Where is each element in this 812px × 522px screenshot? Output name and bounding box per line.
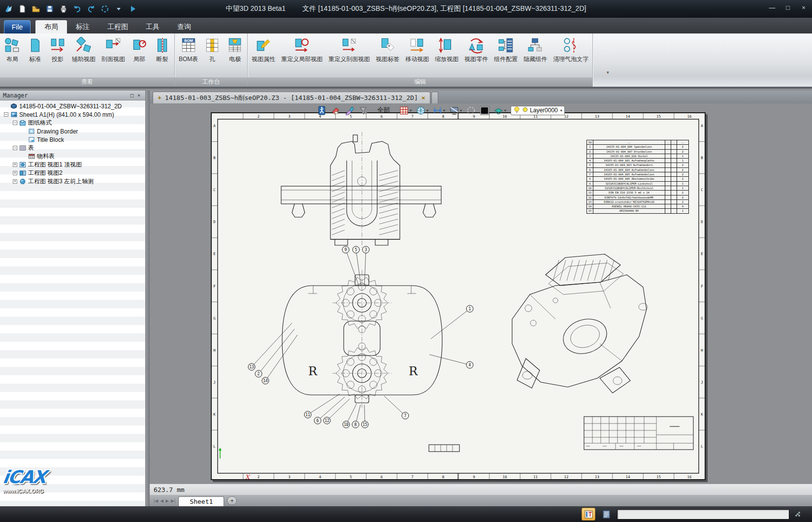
tree-expander-minus[interactable]: −: [4, 112, 8, 117]
tab-工程图[interactable]: 工程图: [98, 20, 137, 33]
redo-icon[interactable]: [86, 4, 97, 14]
ribbon-button-electrode[interactable]: 电极: [224, 35, 246, 65]
dim-style-icon[interactable]: ▾: [433, 106, 445, 115]
ribbon-button-label: 剖面视图: [101, 55, 125, 64]
app-title: 中望3D 2013 Beta1: [226, 4, 286, 12]
ribbon-button-standard-view[interactable]: 标准: [24, 35, 46, 65]
panel-splitter[interactable]: [146, 91, 150, 506]
sheet-nav-arrowarrow[interactable]: |◀: [154, 498, 158, 503]
ribbon-button-redefine-detail-view[interactable]: 重定义局部视图: [278, 35, 325, 65]
tree-item[interactable]: +工程图 视图3 左前上轴测: [0, 177, 145, 186]
sheet-nav-arrow[interactable]: ◀: [160, 498, 163, 503]
redefine-section-view-icon: [341, 37, 357, 54]
undo-icon[interactable]: [72, 4, 83, 14]
layer-selector[interactable]: Layer0000▾: [511, 106, 565, 115]
pick-walk-icon[interactable]: [317, 106, 326, 115]
ribbon-button-projection-view[interactable]: 投影: [46, 35, 69, 65]
tree-expander-minus[interactable]: −: [13, 146, 17, 150]
dashed-circle-icon[interactable]: [466, 106, 476, 115]
next-tab-stub[interactable]: [431, 92, 438, 103]
tree-item[interactable]: Title Block: [0, 135, 145, 144]
color-swatch-black-icon[interactable]: [480, 106, 489, 115]
zw3d-logo-icon[interactable]: [3, 4, 14, 14]
tree-expander-plus[interactable]: +: [13, 179, 17, 184]
bom-row: 614185-01-004_004 Aufnahmebolzen2: [587, 167, 689, 172]
bom-table[interactable]: Id........114135-01-004_006 Spannbolzen2…: [586, 140, 689, 214]
ribbon-more-arrow[interactable]: ▾: [607, 70, 609, 75]
drawing-sheet[interactable]: 2233445566778899101011111212131314141515…: [211, 112, 706, 480]
sheet-tab-Sheet1[interactable]: Sheet1: [178, 496, 224, 506]
tab-布局[interactable]: 布局: [35, 20, 67, 33]
tab-标注[interactable]: 标注: [67, 20, 98, 33]
maximize-button[interactable]: □: [783, 4, 792, 11]
tree-expander-minus[interactable]: −: [13, 121, 17, 125]
annotation-toolbar-button[interactable]: [582, 508, 595, 521]
filter-all-dropdown[interactable]: 全部: [377, 106, 390, 115]
regen-icon[interactable]: [99, 4, 110, 14]
globe-view-icon[interactable]: ▾: [416, 106, 428, 115]
ribbon-button-view-part[interactable]: 视图零件: [461, 35, 491, 65]
ribbon-button-bom-table[interactable]: BOMBOM表: [176, 35, 201, 65]
minimize-button[interactable]: —: [768, 4, 777, 11]
tree-item[interactable]: 物料表: [0, 152, 145, 161]
tree-item[interactable]: Drawing Border: [0, 127, 145, 135]
close-button[interactable]: ×: [799, 4, 808, 11]
tree-item-label: 14185-01-004_ZSBW~326311-312_2D: [19, 103, 122, 110]
save-icon[interactable]: [44, 4, 55, 14]
ribbon-button-broken-view[interactable]: 断裂: [151, 35, 173, 65]
print-icon[interactable]: [58, 4, 69, 14]
tree-item[interactable]: −图纸格式: [0, 119, 145, 127]
tab-查询[interactable]: 查询: [168, 20, 200, 33]
tree-item[interactable]: −表: [0, 144, 145, 152]
display-mode-icon[interactable]: ▾: [450, 106, 462, 115]
ribbon-button-view-label[interactable]: 视图标签: [373, 35, 402, 65]
ribbon-button-component-config[interactable]: 组件配置: [491, 35, 520, 65]
ribbon-button-redefine-section-view[interactable]: 重定义剖面视图: [325, 35, 373, 65]
file-menu-button[interactable]: File: [4, 20, 31, 33]
ribbon-button-move-view[interactable]: 移动视图: [402, 35, 432, 65]
tree-expander-plus[interactable]: +: [13, 163, 17, 167]
new-tab-icon[interactable]: +: [158, 94, 162, 101]
sheet-nav-arrowarrow[interactable]: ▶|: [171, 498, 175, 503]
view-part-icon: [468, 37, 485, 54]
svg-text:A: A: [701, 124, 703, 128]
tab-工具[interactable]: 工具: [137, 20, 168, 33]
layers-icon[interactable]: ▾: [494, 106, 506, 115]
tree-expander-plus[interactable]: +: [13, 171, 17, 175]
tree-item[interactable]: −Sheet1 A1(H) (841.00 x 594.00 mm): [0, 110, 145, 119]
filter-funnel-icon[interactable]: [358, 106, 368, 115]
eraser-icon[interactable]: [331, 106, 340, 115]
tree-item[interactable]: 14185-01-004_ZSBW~326311-312_2D: [0, 102, 145, 110]
document-tab[interactable]: + 14185-01-003_ZSBS~h削seOP20.Z3 - [14185…: [153, 92, 430, 103]
ribbon-button-auxiliary-view[interactable]: 辅助视图: [69, 35, 98, 65]
bulb-icon[interactable]: [513, 106, 520, 115]
ribbon-button-hide-component[interactable]: 隐藏组件: [520, 35, 550, 65]
brush-icon[interactable]: [345, 106, 354, 115]
ribbon-button-layout[interactable]: 布局: [1, 35, 24, 65]
ribbon-button-section-view[interactable]: 剖面视图: [98, 35, 128, 65]
open-file-icon[interactable]: [31, 4, 41, 14]
drawing-canvas[interactable]: 全部▾▾▾▾▾Layer0000▾ 2233445566778899101011…: [150, 103, 812, 484]
ribbon-button-view-attributes[interactable]: 视图属性: [249, 35, 278, 65]
close-tab-icon[interactable]: ×: [422, 94, 425, 101]
manager-float-button[interactable]: □: [129, 92, 135, 98]
grid-snap-icon[interactable]: ▾: [399, 106, 412, 115]
ribbon-button-scale-view[interactable]: 缩放视图: [432, 35, 461, 65]
manager-close-button[interactable]: ×: [135, 92, 142, 98]
view-iso-icon: [19, 178, 26, 185]
ribbon-button-hole-table[interactable]: 孔: [201, 35, 224, 65]
sheet-nav-arrow[interactable]: ▶: [165, 498, 169, 503]
tree-item[interactable]: +工程图 视图2: [0, 169, 145, 177]
add-sheet-button[interactable]: +: [227, 496, 237, 505]
tree-item[interactable]: +工程图 视图1 顶视图: [0, 161, 145, 169]
svg-text:4: 4: [319, 475, 322, 479]
command-input[interactable]: [617, 509, 789, 520]
resize-grip[interactable]: [795, 512, 800, 517]
play-icon[interactable]: [127, 4, 138, 14]
ribbon-button-clean-balloon-text[interactable]: 清理气泡文字: [550, 35, 591, 65]
ribbon-button-detail-view[interactable]: 局部: [128, 35, 151, 65]
command-log-button[interactable]: [599, 508, 613, 521]
qat-dropdown-icon[interactable]: [113, 4, 124, 14]
layer-dropdown-caret[interactable]: ▾: [560, 108, 562, 113]
new-document-icon[interactable]: [17, 4, 28, 14]
